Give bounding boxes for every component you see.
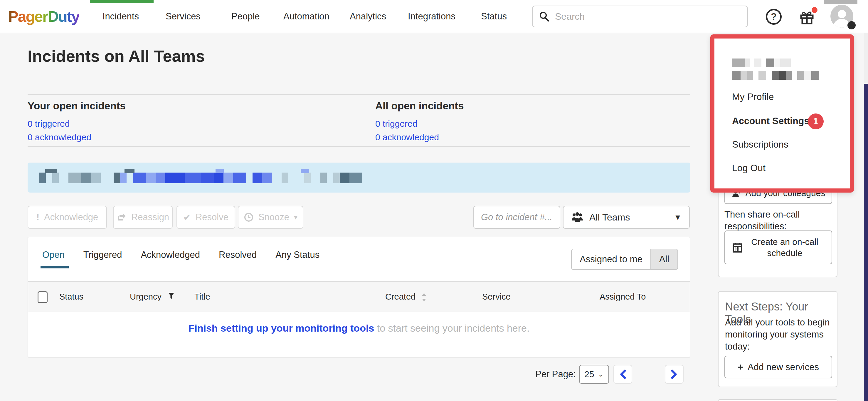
info-banner-redacted	[28, 163, 690, 193]
per-page-select[interactable]: 25 ⌄	[579, 365, 609, 384]
created-label: Created	[385, 292, 415, 301]
next-steps-body: Add all your tools to begin monitoring y…	[725, 316, 831, 352]
teams-icon	[571, 212, 584, 223]
resolve-button[interactable]: ✔ Resolve	[177, 206, 235, 229]
per-page-label: Per Page:	[535, 369, 576, 379]
menu-item-log-out[interactable]: Log Out	[732, 163, 766, 173]
column-status[interactable]: Status	[59, 292, 83, 302]
tab-resolved[interactable]: Resolved	[219, 250, 257, 268]
notification-dot	[812, 7, 817, 13]
nav-item-integrations[interactable]: Integrations	[408, 11, 456, 22]
assigned-to-me-segment[interactable]: Assigned to me	[572, 249, 650, 269]
all-open-incidents-section: All open incidents 0 triggered 0 acknowl…	[375, 100, 464, 142]
redacted-user-email	[732, 71, 827, 80]
next-steps-card: Next Steps: Your Tools Add all your tool…	[718, 291, 837, 387]
tab-acknowledged[interactable]: Acknowledged	[141, 250, 200, 268]
create-schedule-label: Create an on-call schedule	[746, 236, 824, 259]
all-acknowledged-link[interactable]: 0 acknowledged	[375, 132, 464, 142]
search-icon	[538, 11, 550, 22]
goto-incident-input[interactable]	[473, 206, 560, 229]
help-icon[interactable]: ?	[766, 9, 782, 25]
snooze-label: Snooze	[258, 212, 289, 223]
tab-open[interactable]: Open	[42, 250, 65, 268]
your-open-incidents-title: Your open incidents	[28, 100, 126, 112]
add-new-services-button[interactable]: + Add new services	[724, 356, 832, 378]
menu-item-subscriptions[interactable]: Subscriptions	[732, 139, 788, 150]
teams-filter-dropdown[interactable]: All Teams ▼	[563, 206, 690, 229]
nav-item-people[interactable]: People	[231, 11, 260, 22]
incidents-card: Open Triggered Acknowledged Resolved Any…	[28, 237, 690, 357]
redacted-banner-text	[39, 173, 362, 183]
redacted-user-name	[732, 58, 791, 67]
urgency-label: Urgency	[130, 292, 161, 301]
next-page-button[interactable]	[665, 365, 684, 384]
column-service[interactable]: Service	[482, 292, 510, 302]
nav-item-incidents[interactable]: Incidents	[102, 11, 139, 22]
acknowledge-label: Acknowledge	[44, 212, 98, 223]
redacted-text-bar	[824, 0, 858, 4]
column-urgency[interactable]: Urgency	[130, 292, 175, 302]
previous-page-button[interactable]	[613, 365, 632, 384]
select-all-checkbox[interactable]	[38, 291, 48, 303]
all-segment[interactable]: All	[650, 249, 677, 269]
top-nav-bar: PagerDuty Incidents Services People Auto…	[0, 0, 868, 33]
global-search	[532, 6, 748, 27]
page-title: Incidents on All Teams	[28, 47, 205, 65]
your-acknowledged-link[interactable]: 0 acknowledged	[28, 132, 126, 142]
step-annotation-badge: 1	[808, 113, 824, 130]
check-icon: ✔	[183, 212, 191, 223]
table-header-row: Status Urgency Title Created Service Ass…	[28, 281, 690, 312]
assignment-toggle: Assigned to me All	[571, 249, 678, 270]
your-open-incidents-section: Your open incidents 0 triggered 0 acknow…	[28, 100, 126, 142]
filter-icon[interactable]	[168, 292, 175, 299]
nav-item-analytics[interactable]: Analytics	[350, 11, 386, 22]
active-nav-indicator	[90, 0, 154, 3]
add-new-services-label: Add new services	[748, 362, 819, 372]
sort-icon[interactable]	[422, 292, 427, 302]
menu-item-my-profile[interactable]: My Profile	[732, 91, 774, 102]
resolve-label: Resolve	[195, 212, 228, 223]
nav-item-automation[interactable]: Automation	[283, 11, 330, 22]
chevron-right-icon	[671, 370, 678, 379]
empty-state-text: to start seeing your incidents here.	[374, 322, 529, 334]
pagerduty-app: PagerDuty Incidents Services People Auto…	[0, 0, 868, 401]
your-triggered-link[interactable]: 0 triggered	[28, 119, 126, 129]
search-input[interactable]	[555, 11, 731, 22]
finish-setup-link[interactable]: Finish setting up your monitoring tools	[188, 322, 374, 334]
chevron-left-icon	[619, 370, 627, 379]
create-schedule-button[interactable]: Create an on-call schedule	[724, 230, 832, 264]
chevron-down-icon: ▾	[294, 213, 298, 221]
whats-new-button[interactable]	[799, 9, 816, 25]
calendar-icon	[733, 242, 742, 253]
scrollbar-thumb[interactable]	[864, 84, 868, 401]
status-tabs: Open Triggered Acknowledged Resolved Any…	[42, 250, 319, 268]
menu-item-account-settings[interactable]: Account Settings	[732, 116, 809, 126]
column-created[interactable]: Created	[385, 292, 427, 302]
snooze-button[interactable]: Snooze ▾	[238, 206, 303, 229]
reassign-icon	[117, 212, 127, 222]
nav-item-status[interactable]: Status	[481, 11, 507, 22]
per-page-value: 25	[584, 369, 594, 379]
share-oncall-text: Then share on-call responsibilities:	[724, 209, 830, 232]
pagerduty-logo[interactable]: PagerDuty	[8, 8, 79, 25]
user-menu-dropdown: My Profile Account Settings 1 Subscripti…	[710, 34, 854, 193]
partial-card	[718, 399, 837, 401]
chevron-down-icon: ▼	[674, 213, 682, 222]
acknowledge-button[interactable]: ! Acknowledge	[28, 206, 107, 229]
teams-filter-label: All Teams	[589, 212, 630, 223]
clock-icon	[244, 212, 254, 222]
nav-item-services[interactable]: Services	[165, 11, 200, 22]
avatar-status-dot	[847, 21, 856, 29]
exclamation-icon: !	[36, 212, 39, 223]
tab-any-status[interactable]: Any Status	[275, 250, 319, 268]
all-open-incidents-title: All open incidents	[375, 100, 464, 112]
divider	[28, 94, 690, 95]
column-title[interactable]: Title	[194, 292, 210, 302]
reassign-label: Reassign	[131, 212, 169, 223]
column-assigned-to[interactable]: Assigned To	[599, 292, 646, 302]
reassign-button[interactable]: Reassign	[113, 206, 173, 229]
all-triggered-link[interactable]: 0 triggered	[375, 119, 464, 129]
empty-state-message: Finish setting up your monitoring tools …	[28, 322, 690, 334]
tab-triggered[interactable]: Triggered	[83, 250, 122, 268]
plus-icon: +	[738, 361, 744, 373]
